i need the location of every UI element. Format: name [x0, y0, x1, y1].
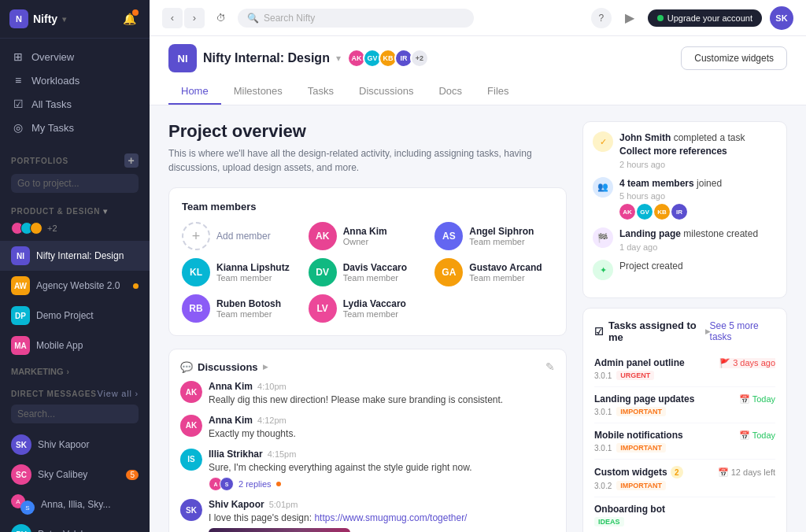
activity-avatars: AK GV KB IR [619, 204, 722, 220]
msg-link[interactable]: https://www.smugmug.com/together/ [314, 512, 467, 523]
add-portfolio-btn[interactable]: + [124, 153, 139, 168]
tasks-header: ☑ Tasks assigned to me ▸ See 5 more task… [594, 320, 775, 343]
tab-docs[interactable]: Docs [426, 79, 475, 105]
team-kianna: KL Kianna Lipshutz Team member [182, 258, 301, 286]
msg-av-3: IS [180, 449, 202, 471]
project-tabs: Home Milestones Tasks Discussions Docs F… [168, 79, 787, 105]
search-bar[interactable]: 🔍 [238, 9, 474, 28]
activity-time-user: 5 hours ago [619, 191, 722, 201]
team-info-angel: Angel Siphron Team member [469, 226, 534, 246]
task-version-landing: 3.0.1 [594, 408, 612, 416]
dm-sky[interactable]: SC Sky Calibey 5 [0, 460, 150, 490]
tab-files[interactable]: Files [475, 79, 521, 105]
dm-search-input[interactable] [11, 405, 139, 423]
act-av-3: KB [654, 204, 670, 220]
proj-title: Nifty Internal: Design [203, 51, 330, 65]
activity-milestone: 🏁 Landing page milestone created 1 day a… [593, 227, 777, 252]
team-name-ruben: Ruben Botosh [216, 298, 281, 309]
team-name-anna: Anna Kim [343, 226, 387, 237]
proj-title-arrow: ▾ [336, 53, 341, 64]
project-nifty-internal[interactable]: NI Nifty Internal: Design [0, 241, 150, 271]
nav-my-tasks[interactable]: ◎ My Tasks [0, 116, 150, 139]
history-btn[interactable]: ⏱ [211, 8, 231, 28]
activity-time-milestone: 1 day ago [619, 242, 758, 252]
project-agency[interactable]: AW Agency Website 2.0 [0, 271, 150, 301]
team-name-lydia: Lydia Vaccaro [343, 298, 406, 309]
nav-overview[interactable]: ⊞ Overview [0, 45, 150, 68]
replies-count[interactable]: 2 replies [238, 479, 272, 489]
replies-row: A S 2 replies [209, 477, 555, 491]
proj-name-ma: Mobile App [36, 340, 139, 351]
search-input[interactable] [264, 13, 464, 24]
act-av-1: AK [619, 204, 635, 220]
team-angel: AS Angel Siphron Team member [434, 222, 553, 250]
tab-milestones[interactable]: Milestones [221, 79, 295, 105]
proj-dot-aw [133, 283, 139, 289]
discussions-title: 💬 Discussions ▸ [180, 361, 268, 373]
project-demo[interactable]: DP Demo Project [0, 301, 150, 331]
msg-header-4: Shiv Kapoor 5:01pm [209, 499, 555, 510]
activity-content-user: 4 team members joined 5 hours ago AK GV … [619, 177, 722, 220]
tab-home[interactable]: Home [168, 79, 221, 105]
tab-tasks[interactable]: Tasks [295, 79, 346, 105]
activity-text-user: 4 team members joined [619, 177, 722, 190]
brand[interactable]: N Nifty ▾ [9, 9, 66, 28]
team-davis: DV Davis Vaccaro Team member [309, 258, 427, 286]
activity-content-milestone: Landing page milestone created 1 day ago [619, 227, 758, 252]
activity-created: ✦ Project created [593, 260, 777, 280]
member-extra: +2 [410, 49, 429, 68]
team-name-kianna: Kianna Lipshutz [216, 262, 290, 273]
back-btn[interactable]: ‹ [162, 8, 183, 28]
search-project-input[interactable] [11, 174, 139, 193]
help-btn[interactable]: ? [591, 8, 612, 28]
project-mobile[interactable]: MA Mobile App [0, 331, 150, 360]
see-more-tasks[interactable]: See 5 more tasks [710, 320, 775, 342]
team-anna: AK Anna Kim Owner [309, 222, 427, 250]
nav-all-tasks[interactable]: ☑ All Tasks [0, 92, 150, 116]
play-btn[interactable]: ▶ [619, 8, 640, 28]
fwd-btn[interactable]: › [184, 8, 205, 28]
task-version-admin: 3.0.1 [594, 371, 612, 380]
task-badge-custom: 2 [671, 466, 683, 478]
msg-text-4: I love this page's design: https://www.s… [209, 512, 555, 525]
nav-workloads-label: Workloads [31, 75, 79, 87]
team-av-ruben: RB [182, 294, 210, 323]
team-av-anna: AK [309, 222, 337, 250]
discussions-edit-btn[interactable]: ✎ [545, 360, 555, 373]
dm-group[interactable]: A S Anna, Illia, Sky... [0, 490, 150, 519]
dm-shiv[interactable]: SK Shiv Kapoor [0, 430, 150, 460]
task-row-landing: Landing page updates 📅 Today [594, 393, 775, 405]
tab-discussions[interactable]: Discussions [346, 79, 426, 105]
msg-av-2: AK [180, 415, 202, 437]
left-col: Project overview This is where we'll hav… [168, 121, 567, 516]
main-nav: ⊞ Overview ≡ Workloads ☑ All Tasks ◎ My … [0, 39, 150, 146]
dm-view-all[interactable]: View all › [98, 389, 139, 398]
nav-all-tasks-label: All Tasks [31, 98, 72, 110]
workloads-icon: ≡ [11, 74, 25, 87]
customize-btn[interactable]: Customize widgets [681, 46, 787, 70]
activity-content-created: Project created [619, 260, 683, 280]
upgrade-btn[interactable]: Upgrade your account [648, 9, 762, 27]
project-title-row: NI Nifty Internal: Design ▾ AK GV KB IR … [168, 44, 429, 72]
user-avatar[interactable]: SK [770, 6, 793, 30]
task-row-mobile: Mobile notifications 📅 Today [594, 430, 775, 441]
team-role-ruben: Team member [216, 309, 281, 319]
overview-icon: ⊞ [11, 50, 25, 63]
msg-author-3: Illia Strikhar [209, 449, 263, 460]
dm-petar[interactable]: PV Petar Valchev [0, 519, 150, 532]
msg-author-1: Anna Kim [209, 381, 253, 392]
task-row-onboarding: Onboarding bot [594, 504, 775, 515]
activity-icon-task: ✓ [593, 131, 613, 152]
marketing-section[interactable]: MARKETING › [0, 360, 150, 382]
nav-workloads[interactable]: ≡ Workloads [0, 68, 150, 92]
msg-av-4: SK [180, 499, 202, 521]
team-role-gustavo: Team member [469, 273, 542, 283]
task-priority-onboarding: IDEAS [594, 517, 624, 526]
search-project[interactable] [0, 171, 150, 199]
team-name-angel: Angel Siphron [469, 226, 534, 237]
dm-avatar-shiv: SK [11, 434, 31, 455]
notification-btn[interactable]: 🔔 [118, 8, 140, 30]
all-tasks-icon: ☑ [11, 98, 25, 110]
dm-search[interactable] [0, 401, 150, 430]
add-member[interactable]: + Add member [182, 222, 301, 250]
